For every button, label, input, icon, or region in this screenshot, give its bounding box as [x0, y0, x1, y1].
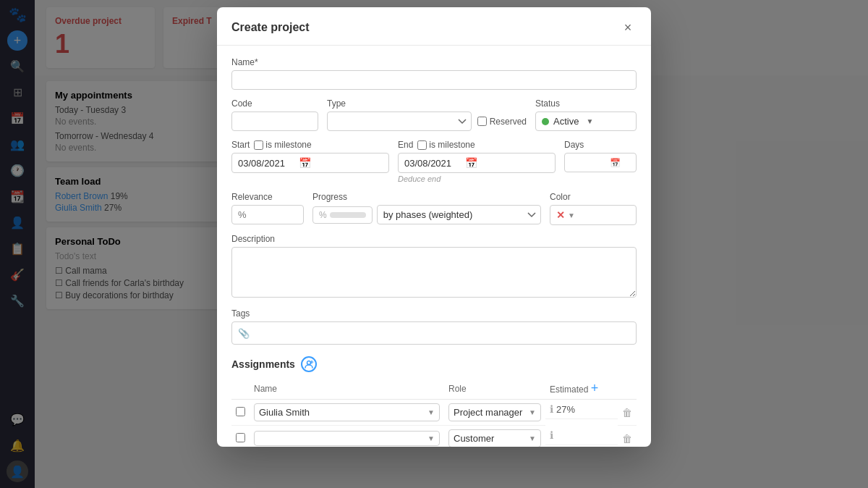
delete-col-header — [618, 378, 637, 400]
create-project-modal: Create project × Name* Code Type — [217, 7, 651, 447]
start-date-input[interactable] — [238, 158, 296, 169]
end-date-wrap[interactable]: 📅 — [398, 153, 556, 173]
row2-checkbox[interactable] — [236, 433, 245, 442]
days-calendar-icon: 📅 — [610, 158, 621, 168]
close-button[interactable]: × — [619, 19, 637, 36]
code-type-status-row: Code Type Reserved — [231, 98, 637, 131]
name-field-row: Name* — [231, 57, 637, 90]
tags-paperclip-icon: 📎 — [238, 328, 250, 339]
status-chevron-icon: ▼ — [586, 117, 593, 125]
end-label: End — [398, 140, 413, 150]
info-icon-1: ℹ — [550, 429, 553, 441]
person-chevron-0-icon: ▼ — [427, 408, 435, 416]
type-select[interactable] — [327, 112, 472, 131]
start-calendar-icon: 📅 — [299, 157, 311, 169]
add-person-button[interactable] — [301, 356, 317, 372]
delete-row-0-button[interactable]: 🗑 — [622, 407, 632, 418]
status-value: Active — [553, 116, 579, 127]
days-group: Days 📅 — [564, 140, 637, 183]
role-name-0: Project manager — [454, 407, 526, 418]
estimated-value-0: 27% — [556, 404, 575, 415]
deduce-end-text: Deduce end — [398, 174, 556, 183]
person-select-1[interactable]: ▼ — [254, 431, 440, 446]
relevance-group: Relevance — [231, 192, 304, 225]
code-label: Code — [231, 98, 318, 109]
role-chevron-0-icon: ▼ — [529, 408, 536, 416]
type-label: Type — [327, 98, 527, 109]
status-dot — [542, 118, 549, 125]
days-input-wrap[interactable]: 📅 — [564, 153, 637, 172]
row1-checkbox[interactable] — [236, 407, 245, 416]
start-label: Start — [231, 140, 250, 150]
progress-label: Progress — [312, 192, 541, 202]
tags-input-area[interactable]: 📎 — [231, 321, 637, 345]
color-chevron-icon: ▼ — [568, 211, 575, 219]
assignments-title: Assignments — [231, 358, 295, 370]
delete-row-1-button[interactable]: 🗑 — [622, 433, 632, 445]
estimated-col-header: Estimated + — [545, 378, 618, 400]
modal-body: Name* Code Type R — [217, 46, 651, 447]
name-label: Name* — [231, 57, 637, 67]
assignments-header: Assignments — [231, 356, 637, 372]
status-selector[interactable]: Active ▼ — [535, 112, 637, 131]
code-input[interactable] — [231, 112, 318, 131]
reserved-label: Reserved — [477, 117, 527, 127]
end-milestone-checkbox[interactable] — [417, 140, 427, 150]
reserved-checkbox[interactable] — [477, 117, 487, 126]
table-row: ▼ Customer ▼ ℹ — [231, 426, 637, 447]
start-end-days-row: Start is milestone 📅 End — [231, 140, 637, 183]
end-date-input[interactable] — [404, 158, 462, 169]
type-group: Type Reserved — [327, 98, 527, 131]
status-label: Status — [535, 98, 637, 109]
color-group: Color ✕ ▼ — [550, 192, 637, 225]
svg-point-0 — [307, 361, 310, 365]
role-select-0[interactable]: Project manager ▼ — [448, 403, 541, 421]
end-group: End is milestone 📅 Deduce end — [398, 140, 556, 183]
start-group: Start is milestone 📅 — [231, 140, 389, 183]
person-select-0[interactable]: Giulia Smith ▼ — [254, 403, 440, 421]
days-label: Days — [564, 140, 637, 150]
start-milestone-checkbox[interactable] — [254, 140, 263, 150]
relevance-progress-color-row: Relevance Progress % by phases (weighted… — [231, 192, 637, 225]
modal-title: Create project — [231, 21, 310, 34]
description-label: Description — [231, 234, 637, 244]
color-label: Color — [550, 192, 637, 202]
role-col-header: Role — [444, 378, 545, 400]
table-row: Giulia Smith ▼ Project manager ▼ — [231, 400, 637, 426]
start-date-wrap[interactable]: 📅 — [231, 153, 389, 173]
assignments-section: Assignments Name Role — [231, 356, 637, 447]
role-select-1[interactable]: Customer ▼ — [448, 429, 541, 447]
status-group: Status Active ▼ — [535, 98, 637, 131]
assignments-table: Name Role Estimated + — [231, 378, 637, 447]
progress-group: Progress % by phases (weighted) — [312, 192, 541, 225]
person-chevron-1-icon: ▼ — [427, 434, 435, 442]
progress-method-select[interactable]: by phases (weighted) — [377, 205, 541, 224]
person-name-0: Giulia Smith — [259, 407, 425, 418]
color-picker-button[interactable]: ✕ ▼ — [550, 205, 637, 225]
tags-label: Tags — [231, 308, 637, 319]
role-name-1: Customer — [454, 433, 526, 444]
days-input[interactable] — [571, 157, 607, 168]
info-icon-0: ℹ — [550, 403, 553, 415]
checkbox-col-header — [231, 378, 250, 400]
relevance-label: Relevance — [231, 192, 304, 202]
modal-overlay: Create project × Name* Code Type — [0, 0, 868, 488]
name-col-header: Name — [250, 378, 444, 400]
description-textarea[interactable] — [231, 247, 637, 298]
code-group: Code — [231, 98, 318, 131]
description-group: Description — [231, 234, 637, 300]
name-input[interactable] — [231, 70, 637, 90]
end-calendar-icon: 📅 — [465, 157, 477, 169]
tags-group: Tags 📎 — [231, 308, 637, 345]
start-milestone-label: is milestone — [254, 140, 311, 150]
relevance-input[interactable] — [231, 205, 304, 224]
add-assignment-button[interactable]: + — [591, 381, 599, 396]
modal-header: Create project × — [217, 7, 651, 46]
color-x-icon: ✕ — [556, 209, 565, 221]
progress-bar — [330, 212, 366, 218]
role-chevron-1-icon: ▼ — [529, 434, 536, 442]
end-milestone-label: is milestone — [417, 140, 475, 150]
